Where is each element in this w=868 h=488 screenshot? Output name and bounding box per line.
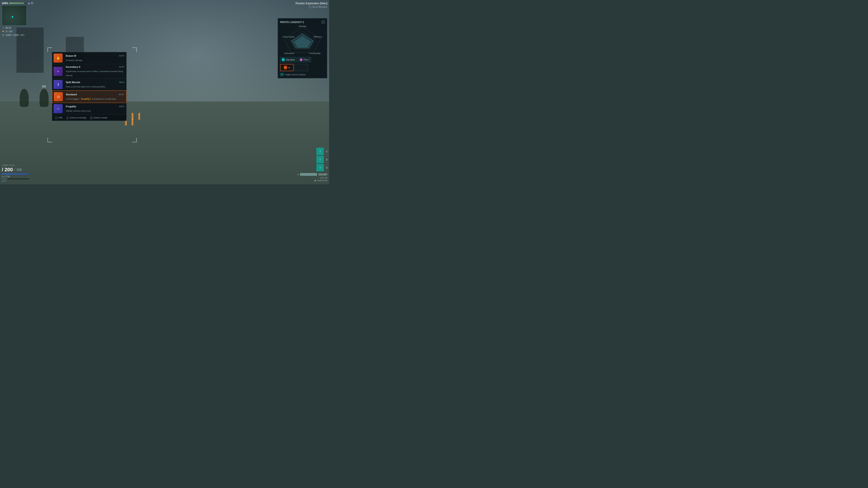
road-marking-3 [125, 119, 127, 125]
building-2 [66, 37, 84, 73]
game-background [0, 0, 329, 184]
tree-2 [59, 89, 68, 107]
bracket-bottom-left [48, 138, 52, 142]
tree-3 [20, 89, 29, 107]
road-marking-4 [131, 119, 133, 125]
road-marking-2 [138, 113, 140, 120]
bracket-top-right [132, 47, 137, 52]
tree-1 [39, 89, 49, 107]
bracket-bottom-right [132, 138, 137, 142]
bracket-top-left [48, 47, 52, 52]
building-1 [17, 28, 43, 73]
road [0, 101, 329, 184]
